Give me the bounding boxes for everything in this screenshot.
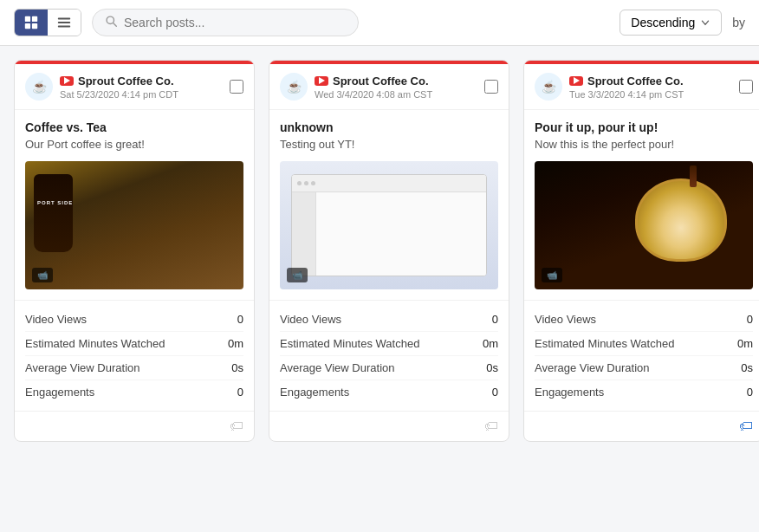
svg-rect-2 [25,23,30,29]
card-stats: Video Views 0 Estimated Minutes Watched … [524,300,759,411]
sort-dropdown[interactable]: Descending [620,10,722,36]
video-overlay: 📹 [542,268,562,282]
stat-value: 0 [492,386,498,399]
stat-label: Estimated Minutes Watched [25,337,165,350]
video-overlay: 📹 [32,268,53,282]
card-stats: Video Views 0 Estimated Minutes Watched … [269,300,509,411]
stat-label: Estimated Minutes Watched [280,337,419,350]
by-label: by [732,16,745,29]
stat-value: 0m [737,337,753,350]
avatar: ☕ [25,73,53,101]
stat-row: Engagements 0 [280,380,498,404]
card-stats: Video Views 0 Estimated Minutes Watched … [15,300,254,411]
svg-rect-4 [58,18,70,20]
chevron-down-icon [700,17,710,28]
screenshot-body [292,192,487,276]
post-subtitle: Testing out YT! [280,138,498,151]
svg-rect-6 [58,26,70,28]
list-view-button[interactable] [48,10,81,36]
stat-label: Video Views [280,313,341,326]
stat-label: Video Views [535,313,596,326]
post-subtitle: Our Port coffee is great! [25,138,243,151]
stat-row: Engagements 0 [535,380,753,404]
stat-value: 0 [492,313,498,326]
stat-label: Average View Duration [535,361,650,374]
youtube-icon [315,76,328,86]
post-date: Sat 5/23/2020 4:14 pm CDT [60,89,223,100]
post-subtitle: Now this is the perfect pour! [535,138,753,151]
post-title: unknown [280,120,498,134]
stat-value: 0s [231,361,243,374]
youtube-icon [569,76,583,86]
stat-row: Estimated Minutes Watched 0m [280,332,498,356]
avatar: ☕ [280,73,308,101]
stat-label: Average View Duration [25,361,140,374]
card-header-info: Sprout Coffee Co. Sat 5/23/2020 4:14 pm … [60,75,223,100]
card-checkbox[interactable] [739,80,753,94]
stat-value: 0s [741,361,753,374]
card-body: Coffee vs. Tea Our Port coffee is great!… [15,110,254,300]
post-title: Coffee vs. Tea [25,120,243,134]
stat-value: 0s [486,361,498,374]
stat-value: 0 [237,386,243,399]
tag-icon[interactable]: 🏷 [739,418,753,434]
svg-point-7 [107,16,114,23]
sort-label: Descending [631,16,695,29]
dot [297,181,302,185]
stat-value: 0 [237,313,243,326]
stat-label: Engagements [535,386,604,399]
post-title: Pour it up, pour it up! [535,120,753,134]
stat-label: Estimated Minutes Watched [535,337,674,350]
card-header-info: Sprout Coffee Co. Tue 3/3/2020 4:14 pm C… [569,75,732,100]
stat-value: 0m [483,337,498,350]
stat-label: Average View Duration [280,361,395,374]
card-body: unknown Testing out YT! 📹 [269,110,509,300]
svg-rect-3 [32,23,37,29]
stat-row: Video Views 0 [535,308,753,332]
stat-value: 0 [747,386,753,399]
tag-icon[interactable]: 🏷 [484,418,498,434]
search-icon [105,15,117,30]
post-card: ☕ Sprout Coffee Co. Tue 3/3/2020 4:14 pm… [523,60,759,442]
stat-value: 0m [228,337,243,350]
card-footer: 🏷 [269,411,509,441]
video-camera-icon: 📹 [37,270,48,280]
post-card: ☕ Sprout Coffee Co. Sat 5/23/2020 4:14 p… [14,60,255,442]
card-header: ☕ Sprout Coffee Co. Sat 5/23/2020 4:14 p… [15,64,254,110]
stat-row: Estimated Minutes Watched 0m [25,332,243,356]
card-footer: 🏷 [15,411,254,441]
svg-line-8 [114,23,117,27]
card-header: ☕ Sprout Coffee Co. Tue 3/3/2020 4:14 pm… [524,64,759,110]
search-input[interactable] [124,16,346,29]
stat-row: Average View Duration 0s [535,356,753,380]
search-bar[interactable] [92,9,359,36]
post-card: ☕ Sprout Coffee Co. Wed 3/4/2020 4:08 am… [269,60,509,442]
screenshot-content [316,192,487,276]
dot [304,181,308,185]
screenshot-toolbar [292,175,487,192]
stat-label: Video Views [25,313,87,326]
view-toggle [14,9,81,36]
post-date: Tue 3/3/2020 4:14 pm CST [569,89,732,100]
avatar: ☕ [535,73,562,101]
card-checkbox[interactable] [484,80,498,94]
post-date: Wed 3/4/2020 4:08 am CST [315,89,477,100]
brand-name: Sprout Coffee Co. [569,75,732,88]
cards-area: ☕ Sprout Coffee Co. Sat 5/23/2020 4:14 p… [0,46,759,456]
stat-label: Engagements [25,386,94,399]
stat-row: Average View Duration 0s [280,356,498,380]
brand-name: Sprout Coffee Co. [315,75,477,88]
post-thumbnail: 📹 [280,161,498,289]
grid-view-button[interactable] [15,10,48,36]
youtube-icon [60,76,74,86]
top-bar: Descending by [0,0,759,46]
stat-row: Video Views 0 [280,308,498,332]
tag-icon[interactable]: 🏷 [230,418,243,434]
brand-name: Sprout Coffee Co. [60,75,223,88]
video-camera-icon: 📹 [292,270,302,280]
dot [311,181,315,185]
card-header: ☕ Sprout Coffee Co. Wed 3/4/2020 4:08 am… [269,64,509,110]
svg-rect-5 [58,22,70,23]
video-camera-icon: 📹 [547,270,557,280]
card-checkbox[interactable] [230,80,243,94]
